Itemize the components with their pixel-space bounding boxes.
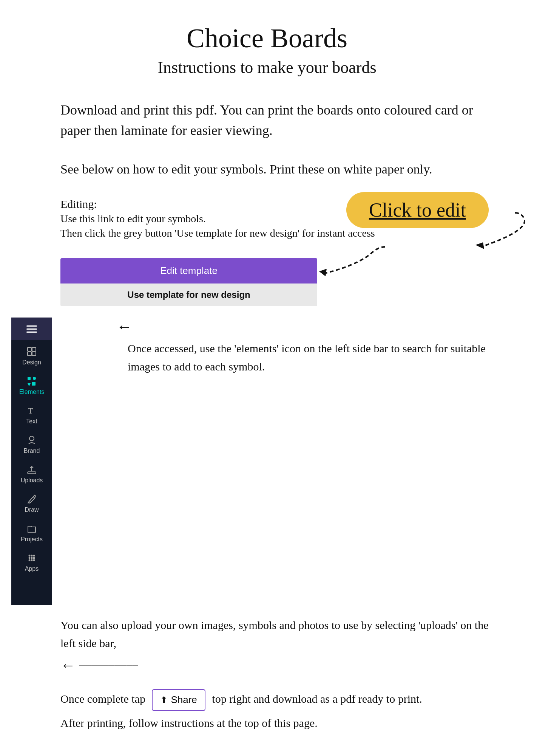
sidebar-item-brand[interactable]: Brand xyxy=(11,429,52,458)
elements-arrow-row: ← xyxy=(116,318,504,336)
svg-point-7 xyxy=(33,377,36,380)
sidebar-item-uploads[interactable]: Uploads xyxy=(11,458,52,488)
text-icon: T xyxy=(26,404,38,417)
click-to-edit-link[interactable]: Click to edit xyxy=(369,199,466,221)
uploads-text: You can also upload your own images, sym… xyxy=(60,616,504,652)
sidebar-item-elements[interactable]: Elements xyxy=(11,370,52,399)
uploads-left-arrow: ← xyxy=(60,656,76,674)
sidebar-item-text-label: Text xyxy=(26,418,37,425)
svg-point-21 xyxy=(33,559,35,561)
intro-paragraph1: Download and print this pdf. You can pri… xyxy=(60,100,504,141)
projects-icon xyxy=(26,522,38,534)
svg-rect-4 xyxy=(28,352,31,356)
sidebar-hamburger[interactable] xyxy=(11,318,52,340)
editing-then: Then click the grey button 'Use template… xyxy=(60,227,504,239)
brand-icon xyxy=(26,434,38,446)
share-upload-icon: ⬆ xyxy=(160,693,168,707)
edit-template-button[interactable]: Edit template xyxy=(60,258,317,284)
svg-point-11 xyxy=(29,436,34,441)
sidebar-item-draw[interactable]: Draw xyxy=(11,488,52,517)
svg-rect-6 xyxy=(28,377,31,380)
svg-rect-3 xyxy=(32,347,36,351)
svg-rect-9 xyxy=(32,382,35,386)
header: Choice Boards Instructions to make your … xyxy=(0,23,534,77)
sidebar-item-apps-label: Apps xyxy=(25,565,39,572)
uploads-section: You can also upload your own images, sym… xyxy=(60,616,504,674)
elements-description: Once accessed, use the 'elements' icon o… xyxy=(128,339,504,376)
svg-point-14 xyxy=(31,555,33,557)
svg-point-20 xyxy=(31,559,33,561)
sidebar-item-design-label: Design xyxy=(22,359,41,366)
sidebar-item-brand-label: Brand xyxy=(24,448,40,454)
svg-point-17 xyxy=(31,557,33,559)
intro-paragraph2: See below on how to edit your symbols. P… xyxy=(60,160,504,179)
sidebar-item-projects-label: Projects xyxy=(21,536,43,543)
editing-section: Editing: Use this link to edit your symb… xyxy=(60,198,504,251)
svg-point-18 xyxy=(33,557,35,559)
sidebar-item-draw-label: Draw xyxy=(25,507,39,513)
main-title: Choice Boards xyxy=(0,23,534,54)
uploads-icon xyxy=(26,463,38,476)
subtitle: Instructions to make your boards xyxy=(0,58,534,77)
main-content: Download and print this pdf. You can pri… xyxy=(0,100,534,756)
svg-point-19 xyxy=(29,559,31,561)
click-to-edit-button[interactable]: Click to edit xyxy=(346,192,489,228)
sidebar-item-design[interactable]: Design xyxy=(11,340,52,370)
sidebar-item-elements-label: Elements xyxy=(19,389,45,395)
design-icon xyxy=(26,345,38,358)
canva-sidebar: Design Elements xyxy=(11,318,52,605)
sidebar-item-projects[interactable]: Projects xyxy=(11,517,52,547)
svg-point-16 xyxy=(29,557,31,559)
svg-text:T: T xyxy=(28,406,33,415)
share-section: Once complete tap ⬆ Share top right and … xyxy=(60,689,504,732)
svg-rect-2 xyxy=(28,347,31,351)
svg-rect-5 xyxy=(32,352,36,356)
sidebar-item-text[interactable]: T Text xyxy=(11,399,52,429)
template-area: Edit template Use template for new desig… xyxy=(60,258,317,306)
apps-icon xyxy=(26,552,38,564)
sidebar-item-uploads-label: Uploads xyxy=(21,477,43,484)
elements-left-arrow: ← xyxy=(116,318,132,336)
sidebar-item-apps[interactable]: Apps xyxy=(11,547,52,576)
share-text-line1: Once complete tap ⬆ Share top right and … xyxy=(60,689,504,711)
share-button-inline[interactable]: ⬆ Share xyxy=(152,689,205,711)
uploads-arrow-row: ← ────────── xyxy=(60,656,504,674)
elements-text-block: ← Once accessed, use the 'elements' icon… xyxy=(101,318,504,376)
elements-icon xyxy=(26,375,38,387)
share-label: Share xyxy=(171,692,197,708)
draw-icon xyxy=(26,493,38,505)
svg-point-15 xyxy=(33,555,35,557)
elements-row: Design Elements xyxy=(60,318,504,605)
share-text-line2: After printing, follow instructions at t… xyxy=(60,714,504,732)
use-template-button[interactable]: Use template for new design xyxy=(60,284,317,306)
template-buttons-area: Edit template Use template for new desig… xyxy=(60,258,504,306)
svg-point-13 xyxy=(29,555,31,557)
page-wrapper: Choice Boards Instructions to make your … xyxy=(0,0,534,756)
hamburger-icon xyxy=(26,325,37,333)
svg-marker-8 xyxy=(28,383,31,386)
svg-rect-12 xyxy=(28,472,36,474)
